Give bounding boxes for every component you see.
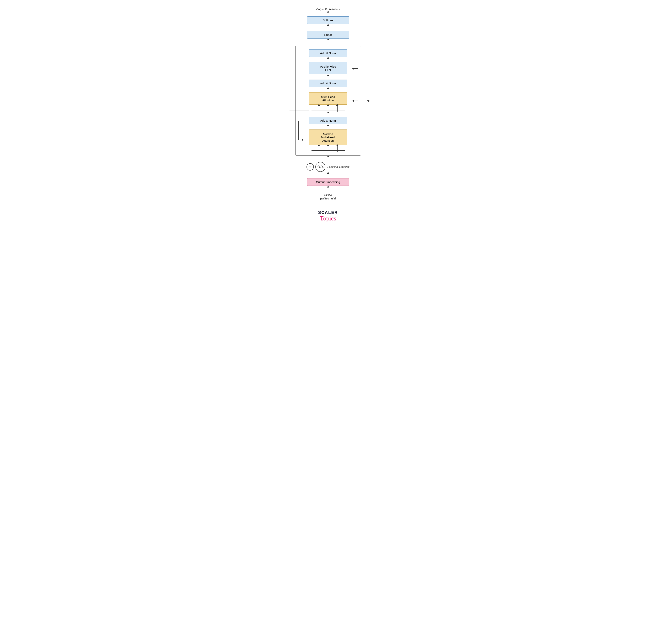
- arrow-ffn-addnorm1: [327, 57, 329, 62]
- positionwise-ffn-block: Positionwise FFN: [309, 62, 347, 74]
- arrow-addnorm3-mha: [327, 112, 329, 117]
- arrow-mha-v: [336, 104, 338, 112]
- positional-encoding-label: Positional Encoding: [327, 165, 349, 169]
- cross-attention-arrows: [309, 105, 347, 112]
- svg-marker-2: [352, 67, 354, 70]
- add-norm-1-block: Add & Norm: [309, 49, 347, 57]
- arrow-to-label: [327, 11, 329, 16]
- arrow-masked-k: [327, 144, 329, 152]
- arrow-masked-q: [318, 144, 320, 152]
- pos-enc-row: + Positional Encoding: [295, 162, 361, 172]
- topics-text: Topics: [320, 215, 336, 222]
- arrow-mha-q: [318, 104, 320, 112]
- arrow-mha-k: [327, 104, 329, 112]
- arrow-input-embed: [327, 186, 329, 193]
- arrow-nxbox-posenc: [327, 156, 329, 162]
- arrow-linear-nxbox: [327, 39, 329, 46]
- svg-marker-8: [302, 139, 303, 141]
- add-norm-3-block: Add & Norm: [309, 117, 347, 124]
- nx-label: Nx: [367, 99, 370, 102]
- masked-base-line: [311, 150, 345, 151]
- arrow-mha-addnorm2: [327, 87, 329, 92]
- skip-svg-2: [352, 79, 361, 107]
- nx-box: Nx Add & Norm Positionwise FFN: [295, 46, 361, 156]
- softmax-block: Softmax: [307, 16, 349, 24]
- arrow-masked-v: [336, 144, 338, 152]
- multi-head-attention-block: Multi-Head Attention: [309, 92, 347, 105]
- mha-base-line: [311, 110, 345, 110]
- scaler-text: SCALER: [318, 210, 338, 215]
- skip-container-2: Add & Norm: [295, 79, 361, 87]
- masked-attention-block: Masked Multi-Head Attention: [309, 130, 347, 145]
- plus-circle: +: [306, 163, 314, 170]
- masked-attention-arrows: [309, 145, 347, 152]
- wave-circle: [315, 162, 325, 172]
- output-embedding-block: Output Embedding: [307, 178, 349, 186]
- output-shifted-label: Output (shifted right): [320, 193, 336, 201]
- add-norm-2-block: Add & Norm: [309, 79, 347, 87]
- skip-container-1: Add & Norm: [295, 49, 361, 57]
- output-probabilities-label: Output Probabilities: [316, 8, 340, 11]
- svg-marker-5: [352, 100, 354, 102]
- skip-svg-1: [352, 49, 361, 74]
- arrow-masked-addnorm3: [327, 124, 329, 130]
- scaler-brand: SCALER Topics: [318, 210, 338, 222]
- arrow-softmax-linear: [327, 24, 329, 31]
- diagram-container: Output Probabilities Softmax Linear Nx A…: [270, 8, 386, 222]
- arrow-addnorm2-ffn: [327, 74, 329, 79]
- skip-container-3: Add & Norm: [295, 117, 361, 124]
- skip-svg-3: [295, 117, 304, 146]
- encoder-line: [289, 110, 309, 110]
- linear-block: Linear: [307, 31, 349, 39]
- arrow-embed-posenc: [327, 172, 329, 178]
